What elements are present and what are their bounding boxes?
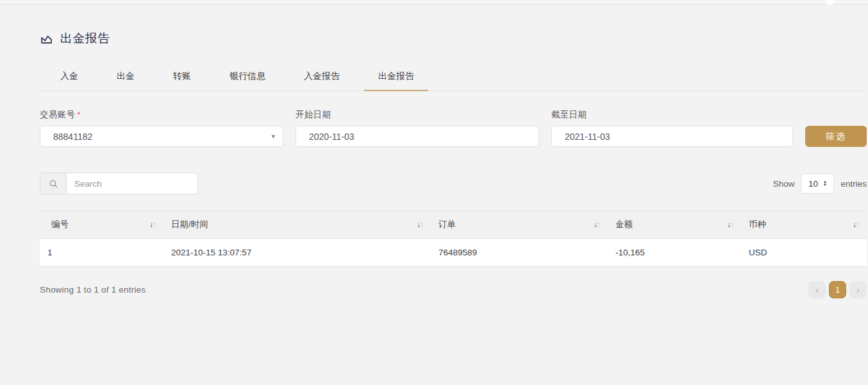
top-bar xyxy=(0,0,868,4)
page-size-value: 10 xyxy=(808,179,818,189)
sort-icon[interactable]: ↓↑ xyxy=(853,220,859,229)
account-label: 交易账号* xyxy=(40,109,283,121)
column-label: 编号 xyxy=(51,219,69,230)
pagination: ‹ 1 › xyxy=(808,281,867,298)
table-toolbar: Show 10 ▲▼ entries xyxy=(40,173,867,194)
account-select[interactable]: 88841182 ▾ xyxy=(40,126,283,147)
table-row: 1 2021-10-15 13:07:57 76489589 -10,165 U… xyxy=(40,239,867,267)
spinner-icon: ▲▼ xyxy=(823,180,827,187)
search-input[interactable] xyxy=(66,173,198,194)
page-size-select[interactable]: 10 ▲▼ xyxy=(801,173,834,194)
column-header-order: 订单 ↓↑ xyxy=(431,211,608,238)
filter-button[interactable]: 筛选 xyxy=(805,126,867,147)
start-date-input[interactable] xyxy=(296,126,539,147)
sort-icon[interactable]: ↓↑ xyxy=(417,220,423,229)
main-content: 出金报告 入金 出金 转账 银行信息 入金报告 出金报告 交易账号* 88841… xyxy=(0,30,868,298)
table-header-row: 编号 ↓↑ 日期/时间 ↓↑ 订单 ↓↑ 金额 ↓↑ 币种 ↓↑ xyxy=(40,210,867,239)
start-date-label: 开始日期 xyxy=(296,109,539,121)
area-chart-icon xyxy=(40,32,53,46)
search-box xyxy=(40,173,198,194)
filter-form: 交易账号* 88841182 ▾ 开始日期 截至日期 筛选 xyxy=(40,109,867,147)
end-date-label: 截至日期 xyxy=(551,109,793,121)
tab-bank-info[interactable]: 银行信息 xyxy=(215,64,280,90)
column-header-currency: 币种 ↓↑ xyxy=(741,211,867,238)
column-label: 日期/时间 xyxy=(171,219,208,230)
required-asterisk: * xyxy=(77,110,81,119)
sort-icon[interactable]: ↓↑ xyxy=(149,220,156,229)
tab-withdrawal[interactable]: 出金 xyxy=(103,64,149,90)
tab-withdrawal-report[interactable]: 出金报告 xyxy=(364,64,428,91)
search-icon xyxy=(40,173,66,194)
entries-summary: Showing 1 to 1 of 1 entries xyxy=(40,285,146,295)
tab-bar: 入金 出金 转账 银行信息 入金报告 出金报告 xyxy=(40,64,867,91)
page-title: 出金报告 xyxy=(60,30,110,47)
entries-label: entries xyxy=(840,179,867,189)
chevron-down-icon: ▾ xyxy=(271,132,275,141)
scrollbar-thumb xyxy=(827,0,833,4)
account-label-text: 交易账号 xyxy=(40,110,75,119)
column-label: 币种 xyxy=(749,219,766,230)
prev-page-button[interactable]: ‹ xyxy=(808,281,826,298)
column-label: 订单 xyxy=(438,219,456,230)
page-header: 出金报告 xyxy=(40,30,867,47)
report-table: 编号 ↓↑ 日期/时间 ↓↑ 订单 ↓↑ 金额 ↓↑ 币种 ↓↑ xyxy=(40,210,867,267)
column-header-amount: 金额 ↓↑ xyxy=(608,211,741,238)
end-date-input[interactable] xyxy=(551,126,793,147)
column-header-datetime: 日期/时间 ↓↑ xyxy=(163,211,431,238)
table-footer: Showing 1 to 1 of 1 entries ‹ 1 › xyxy=(40,281,867,298)
page-1-button[interactable]: 1 xyxy=(829,281,846,298)
sort-icon[interactable]: ↓↑ xyxy=(594,220,600,229)
cell-id: 1 xyxy=(40,248,163,257)
cell-datetime: 2021-10-15 13:07:57 xyxy=(163,248,431,257)
page-size-control: Show 10 ▲▼ entries xyxy=(773,173,867,194)
cell-amount: -10,165 xyxy=(608,248,741,257)
account-select-value: 88841182 xyxy=(53,132,92,142)
tab-transfer[interactable]: 转账 xyxy=(159,64,205,90)
column-label: 金额 xyxy=(615,219,633,230)
next-page-button[interactable]: › xyxy=(849,281,867,298)
cell-order: 76489589 xyxy=(431,248,608,257)
show-label: Show xyxy=(773,179,795,189)
cell-currency: USD xyxy=(741,248,867,257)
tab-deposit-report[interactable]: 入金报告 xyxy=(290,64,354,90)
column-header-id: 编号 ↓↑ xyxy=(40,211,163,238)
sort-icon[interactable]: ↓↑ xyxy=(727,220,733,229)
tab-deposit[interactable]: 入金 xyxy=(46,64,92,90)
